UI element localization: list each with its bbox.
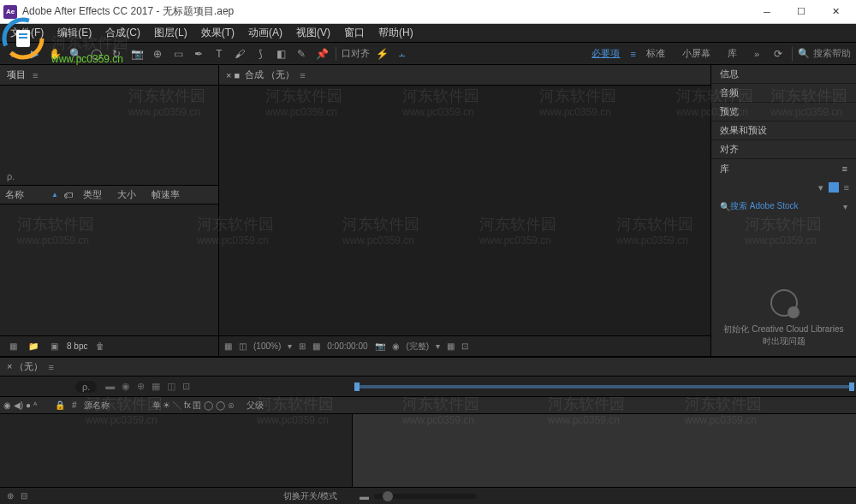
panel-menu-icon[interactable]: ≡ [48, 362, 53, 372]
menu-composition[interactable]: 合成(C) [98, 26, 147, 40]
project-bpc[interactable]: 8 bpc [67, 341, 87, 351]
pen-tool-icon[interactable]: ✒ [190, 45, 207, 62]
toggle-modes-icon[interactable]: ⊟ [21, 491, 27, 501]
project-search[interactable]: ρ. [0, 167, 218, 186]
timeline-tracks[interactable] [353, 414, 856, 487]
type-tool-icon[interactable]: T [211, 45, 228, 62]
minimize-button[interactable]: ─ [750, 2, 784, 22]
list-view-icon[interactable]: ≡ [844, 182, 849, 193]
roi-icon[interactable]: ▾ [436, 341, 440, 351]
panel-menu-icon[interactable]: ≡ [33, 70, 38, 80]
menu-view[interactable]: 视图(V) [289, 26, 337, 40]
graph-editor-icon[interactable]: ▦ [152, 381, 160, 392]
panel-menu-icon[interactable]: ≡ [300, 70, 305, 80]
3d-view-icon[interactable]: ⊡ [461, 341, 468, 351]
project-item-list[interactable] [0, 205, 218, 335]
home-icon[interactable]: ⌂ [5, 45, 22, 62]
current-time[interactable]: 0:00:00:00 [327, 341, 367, 351]
snap-toggle[interactable]: 口对齐 [342, 47, 370, 60]
pan-behind-tool-icon[interactable]: ⊕ [149, 45, 166, 62]
col-source-name[interactable]: 源名称 [80, 400, 149, 412]
project-tab[interactable]: 项目 ≡ [0, 65, 218, 86]
menu-file[interactable]: 文件(F) [3, 26, 51, 40]
interpret-footage-icon[interactable]: ▦ [5, 339, 21, 354]
library-label[interactable]: 库 [720, 163, 729, 175]
col-size[interactable]: 大小 [112, 188, 146, 201]
selection-tool-icon[interactable]: ▶ [26, 45, 43, 62]
grid-view-icon[interactable] [829, 182, 839, 193]
work-area-bar[interactable] [356, 385, 853, 388]
brush-tool-icon[interactable]: 🖌 [231, 45, 248, 62]
dropdown-icon[interactable]: ▾ [843, 202, 847, 211]
draft3d-icon[interactable]: ◫ [167, 381, 175, 392]
rotation-tool-icon[interactable]: ↻ [108, 45, 125, 62]
clone-tool-icon[interactable]: ⟆ [252, 45, 269, 62]
composition-viewer[interactable] [219, 86, 710, 335]
zoom-out-icon[interactable]: ▬ [360, 491, 369, 501]
new-comp-icon[interactable]: ▣ [46, 339, 62, 354]
maximize-button[interactable]: ☐ [784, 2, 818, 22]
toggle-switch-modes[interactable]: 切换开关/模式 [283, 490, 337, 502]
help-search[interactable]: 🔍 搜索帮助 [798, 47, 851, 60]
guides-icon[interactable]: ▦ [312, 341, 320, 351]
timeline-ruler[interactable] [353, 377, 856, 396]
menu-help[interactable]: 帮助(H) [372, 26, 420, 40]
channel-icon[interactable]: ◉ [392, 341, 400, 351]
puppet-tool-icon[interactable]: 📌 [313, 45, 330, 62]
workspace-more-icon[interactable]: » [747, 49, 766, 59]
timeline-time-ruler[interactable] [353, 397, 856, 413]
menu-animation[interactable]: 动画(A) [241, 26, 289, 40]
hand-tool-icon[interactable]: ✋ [46, 45, 63, 62]
comp-marker-icon[interactable]: ◉ [122, 381, 130, 392]
workspace-small[interactable]: 小屏幕 [675, 47, 717, 60]
workspace-essential[interactable]: 必要项 [585, 47, 627, 60]
shape-tool-icon[interactable]: ▭ [169, 45, 187, 62]
workspace-standard[interactable]: 标准 [639, 47, 672, 60]
panel-menu-icon[interactable]: ≡ [842, 163, 847, 174]
menu-edit[interactable]: 编辑(E) [51, 26, 98, 40]
panel-audio[interactable]: 音频 [711, 84, 856, 103]
motion-blur-icon[interactable]: ⊕ [137, 381, 145, 392]
panel-preview[interactable]: 预览 [711, 103, 856, 122]
panel-effects-presets[interactable]: 效果和预设 [711, 122, 856, 140]
menu-layer[interactable]: 图层(L) [147, 26, 194, 40]
zoom-level[interactable]: (100%) [253, 341, 281, 351]
new-folder-icon[interactable]: 📁 [26, 339, 41, 354]
snap-options-icon[interactable]: ⚡ [373, 45, 390, 62]
col-rate[interactable]: 帧速率 [146, 188, 185, 201]
workspace-library[interactable]: 库 [721, 47, 744, 60]
panel-align[interactable]: 对齐 [711, 140, 856, 159]
shy-icon[interactable]: ▬ [105, 381, 115, 392]
snap-magnet-icon[interactable]: ⫠ [394, 45, 411, 62]
timeline-search[interactable]: ρ. [75, 381, 97, 393]
resolution-icon[interactable]: ▾ [288, 341, 292, 351]
snapshot-icon[interactable]: 📷 [375, 341, 385, 351]
grid-icon[interactable]: ⊞ [299, 341, 306, 351]
resolution-label[interactable]: (完整) [407, 341, 430, 353]
magnification-icon[interactable]: ▦ [224, 341, 232, 351]
col-label-icon[interactable]: 🏷 [58, 190, 78, 200]
timeline-layer-list[interactable] [0, 414, 353, 487]
library-dropdown-icon[interactable]: ▾ [818, 182, 823, 193]
workspace-reset-icon[interactable]: ⟳ [770, 45, 787, 62]
frame-blend-icon[interactable]: ⊡ [182, 381, 190, 392]
zoom-tool-icon[interactable]: 🔍 [67, 45, 84, 62]
camera-tool-icon[interactable]: 📷 [128, 45, 146, 62]
toggle-switches-icon[interactable]: ⊕ [7, 491, 14, 501]
close-button[interactable]: ✕ [818, 2, 853, 22]
roto-tool-icon[interactable]: ✎ [293, 45, 310, 62]
menu-window[interactable]: 窗口 [337, 26, 372, 40]
timeline-zoom-slider[interactable] [374, 494, 477, 499]
transparency-icon[interactable]: ▦ [447, 341, 455, 351]
menu-effect[interactable]: 效果(T) [194, 26, 241, 40]
delete-icon[interactable]: 🗑 [92, 339, 108, 354]
timeline-tab[interactable]: × （无） ≡ [0, 358, 856, 377]
adobe-stock-search[interactable]: 🔍 搜索 Adobe Stock ▾ [711, 197, 856, 216]
eraser-tool-icon[interactable]: ◧ [272, 45, 289, 62]
alpha-icon[interactable]: ◫ [239, 341, 247, 351]
orbit-tool-icon[interactable]: ◯ [87, 45, 104, 62]
col-name[interactable]: 名称 [0, 188, 51, 201]
col-type[interactable]: 类型 [78, 188, 112, 201]
composition-tab[interactable]: × ■ 合成 （无） ≡ [219, 65, 710, 86]
panel-info[interactable]: 信息 [711, 65, 856, 84]
